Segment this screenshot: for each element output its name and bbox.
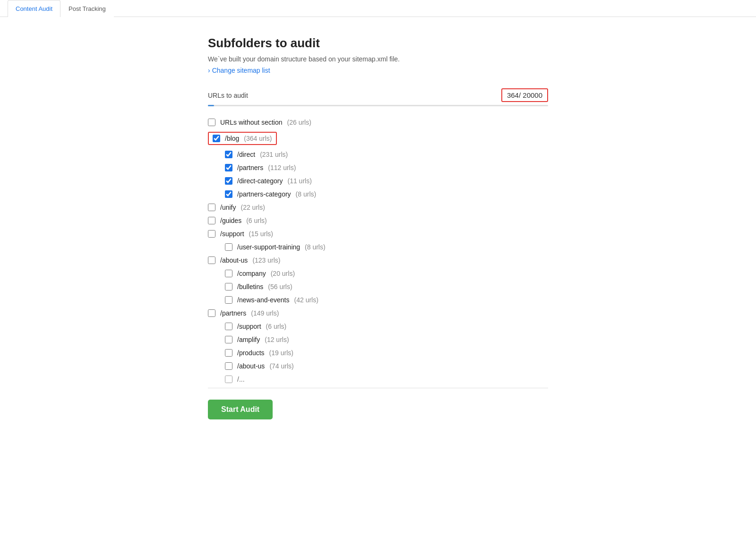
checkbox-partners-sub[interactable] (225, 164, 232, 171)
checkbox-user-support-training[interactable] (225, 243, 232, 251)
item-count-partners-support: (6 urls) (266, 323, 287, 330)
item-count-partners: (149 urls) (251, 309, 279, 317)
urls-to-audit-label: URLs to audit (208, 92, 248, 99)
list-item-amplify: /amplify (12 urls) (208, 333, 548, 346)
list-separator (208, 388, 548, 388)
checkbox-news-and-events[interactable] (225, 296, 232, 304)
item-count-partners-about-us: (74 urls) (269, 362, 293, 370)
item-count-user-support-training: (8 urls) (305, 243, 326, 251)
item-count-partners-category: (8 urls) (296, 190, 317, 198)
checkbox-unify[interactable] (208, 204, 215, 211)
list-item-guides: /guides (6 urls) (208, 214, 548, 227)
subfolder-list: URLs without section (26 urls) /blog (36… (208, 116, 548, 386)
checkbox-partners-about-us[interactable] (225, 362, 232, 370)
checkbox-support[interactable] (208, 230, 215, 238)
item-label-partners-about-us: /about-us (237, 362, 265, 370)
page-title: Subfolders to audit (208, 36, 548, 51)
checkbox-direct-category[interactable] (225, 177, 232, 185)
list-item-truncated: /... (208, 373, 548, 386)
item-count-blog: (364 urls) (244, 135, 272, 142)
checkbox-direct[interactable] (225, 151, 232, 158)
change-sitemap-label: Change sitemap list (212, 67, 270, 74)
item-label-partners-category: /partners-category (237, 190, 291, 198)
list-item-user-support-training: /user-support-training (8 urls) (208, 240, 548, 254)
checkbox-bulletins[interactable] (225, 283, 232, 290)
list-item-partners-about-us: /about-us (74 urls) (208, 359, 548, 373)
item-count-partners-sub: (112 urls) (268, 164, 296, 171)
checkbox-company[interactable] (225, 270, 232, 277)
checkbox-partners[interactable] (208, 309, 215, 317)
list-item-about-us: /about-us (123 urls) (208, 254, 548, 267)
item-label-bulletins: /bulletins (237, 283, 263, 290)
list-item-company: /company (20 urls) (208, 267, 548, 280)
item-label-direct: /direct (237, 151, 255, 158)
progress-bar (208, 105, 548, 106)
item-count-direct-category: (11 urls) (287, 177, 311, 185)
item-count: (26 urls) (287, 119, 311, 126)
tab-content-audit[interactable]: Content Audit (8, 0, 60, 17)
checkbox-partners-category[interactable] (225, 190, 232, 198)
checkbox-truncated[interactable] (225, 376, 232, 383)
item-label-news-and-events: /news-and-events (237, 296, 290, 304)
item-count-unify: (22 urls) (241, 204, 265, 211)
list-item-partners-sub: /partners (112 urls) (208, 161, 548, 174)
urls-count-badge: 364/ 20000 (501, 88, 548, 102)
list-item-partners-support: /support (6 urls) (208, 320, 548, 333)
item-label-direct-category: /direct-category (237, 177, 283, 185)
list-item-direct-category: /direct-category (11 urls) (208, 174, 548, 188)
item-label-partners-support: /support (237, 323, 261, 330)
main-content: Subfolders to audit We`ve built your dom… (198, 17, 558, 457)
chevron-right-icon: › (208, 67, 210, 74)
item-label-unify: /unify (220, 204, 236, 211)
item-count-news-and-events: (42 urls) (294, 296, 318, 304)
list-item-partners-category: /partners-category (8 urls) (208, 188, 548, 201)
item-label-truncated: /... (237, 376, 245, 383)
checkbox-products[interactable] (225, 349, 232, 357)
start-audit-button[interactable]: Start Audit (208, 400, 273, 419)
item-count-about-us: (123 urls) (252, 256, 280, 264)
tabs-bar: Content Audit Post Tracking (0, 0, 756, 17)
item-label-user-support-training: /user-support-training (237, 243, 300, 251)
list-item-bulletins: /bulletins (56 urls) (208, 280, 548, 293)
checkbox-partners-support[interactable] (225, 323, 232, 330)
item-label-about-us: /about-us (220, 256, 248, 264)
item-label: URLs without section (220, 119, 283, 126)
item-count-support: (15 urls) (249, 230, 273, 238)
tab-post-tracking[interactable]: Post Tracking (60, 0, 114, 17)
item-count-guides: (6 urls) (246, 217, 267, 224)
blog-highlight-wrapper: /blog (364 urls) (208, 132, 277, 145)
item-label-support: /support (220, 230, 244, 238)
item-label-partners: /partners (220, 309, 246, 317)
item-count-amplify: (12 urls) (265, 336, 289, 343)
list-item: URLs without section (26 urls) (208, 116, 548, 129)
item-label-guides: /guides (220, 217, 241, 224)
urls-counter-row: URLs to audit 364/ 20000 (208, 88, 548, 102)
progress-bar-fill (208, 105, 214, 106)
item-label-partners-sub: /partners (237, 164, 263, 171)
checkbox-blog[interactable] (213, 135, 220, 142)
item-count-direct: (231 urls) (260, 151, 288, 158)
checkbox-guides[interactable] (208, 217, 215, 224)
list-item-support: /support (15 urls) (208, 227, 548, 240)
checkbox-urls-without-section[interactable] (208, 119, 215, 126)
list-item-unify: /unify (22 urls) (208, 201, 548, 214)
item-label-blog: /blog (225, 135, 239, 142)
list-item-products: /products (19 urls) (208, 346, 548, 359)
checkbox-amplify[interactable] (225, 336, 232, 343)
list-item-news-and-events: /news-and-events (42 urls) (208, 293, 548, 307)
list-item-blog: /blog (364 urls) (208, 129, 548, 148)
item-label-products: /products (237, 349, 265, 357)
item-count-products: (19 urls) (269, 349, 293, 357)
item-label-amplify: /amplify (237, 336, 260, 343)
item-label-company: /company (237, 270, 266, 277)
list-item-partners: /partners (149 urls) (208, 307, 548, 320)
list-item-direct: /direct (231 urls) (208, 148, 548, 161)
change-sitemap-link[interactable]: › Change sitemap list (208, 67, 270, 74)
checkbox-about-us[interactable] (208, 256, 215, 264)
item-count-company: (20 urls) (271, 270, 295, 277)
item-count-bulletins: (56 urls) (268, 283, 292, 290)
page-subtitle: We`ve built your domain structure based … (208, 55, 548, 63)
